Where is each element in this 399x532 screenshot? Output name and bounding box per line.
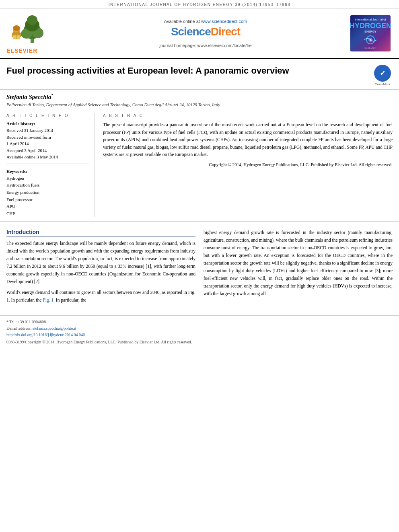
keyword-energy: Energy production [6,189,89,196]
article-info-abstract-section: A R T I C L E I N F O Article history: R… [0,109,399,222]
sciencedirect-area: Available online at www.sciencedirect.co… [67,13,344,54]
author-asterisk: * [51,93,53,97]
journal-cover-subtitle: ENERGY [364,30,376,33]
article-title: Fuel processing activities at European l… [6,65,368,77]
abstract-section-label: A B S T R A C T [103,113,393,118]
body-right-column: highest energy demand growth rate is for… [204,229,393,307]
journal-homepage-line: journal homepage: www.elsevier.com/locat… [159,43,251,48]
elsevier-wordmark: ELSEVIER [6,47,63,54]
abstract-copyright: Copyright © 2014, Hydrogen Energy Public… [103,161,393,168]
author-affiliation: Politecnico di Torino, Department of App… [6,102,393,108]
article-history-label: Article history: [6,121,89,126]
crossmark-badge[interactable]: ✓ CrossMark [372,65,393,85]
journal-cover-area: International Journal of HYDROGEN ENERGY… [348,13,393,54]
received-revised-date: 1 April 2014 [6,140,89,147]
fig1-link[interactable]: Fig. 1. [43,298,55,302]
introduction-text: The expected future energy landscape wil… [6,240,195,304]
footnote-1: * Tel.: +39 011 0904608. [6,319,393,325]
abstract-column: A B S T R A C T The present manuscript p… [103,113,393,217]
sciencedirect-brand: ScienceDirect [171,25,240,38]
intro-para-1: The expected future energy landscape wil… [6,240,195,286]
article-info-column: A R T I C L E I N F O Article history: R… [6,113,95,217]
footer-area: * Tel.: +39 011 0904608. E-mail address:… [0,315,399,347]
elsevier-tree-icon [6,13,59,45]
body-content-area: Introduction The expected future energy … [0,222,399,311]
elsevier-logo-area: ELSEVIER [6,13,63,54]
accepted-date: Accepted 3 April 2014 [6,147,89,154]
author-email-link[interactable]: stefania.specchia@polito.it [33,326,76,331]
journal-homepage-url[interactable]: www.elsevier.com/locate/he [197,43,252,48]
author-name: Stefania Specchia* [6,93,393,101]
keyword-hydrocarbon: Hydrocarbon fuels [6,182,89,189]
keyword-fuel-processor: Fuel processor [6,196,89,203]
journal-cover-h: HYDROGEN [350,22,391,30]
abstract-text: The present manuscript provides a panora… [103,121,393,158]
crossmark-label: CrossMark [375,82,391,86]
journal-header-text: INTERNATIONAL JOURNAL OF HYDROGEN ENERGY… [109,2,291,7]
journal-header-bar: INTERNATIONAL JOURNAL OF HYDROGEN ENERGY… [0,0,399,9]
footer-copyright: 0360-3199/Copyright © 2014, Hydrogen Ene… [6,340,393,344]
journal-cover-image: International Journal of HYDROGEN ENERGY… [350,15,391,51]
keyword-chp: CHP [6,210,89,218]
intro-right-text: highest energy demand growth rate is for… [204,229,393,298]
author-area: Stefania Specchia* Politecnico di Torino… [0,90,399,109]
introduction-heading: Introduction [6,229,195,236]
divider-1 [6,164,89,164]
svg-point-9 [13,25,20,31]
available-online-date: Available online 3 May 2014 [6,154,89,160]
footnote-email: E-mail address: stefania.specchia@polito… [6,325,393,332]
available-online-text: Available online at www.sciencedirect.co… [164,19,247,24]
journal-cover-graphic [362,35,378,45]
body-left-column: Introduction The expected future energy … [6,229,195,307]
keyword-apu: APU [6,203,89,210]
article-title-area: Fuel processing activities at European l… [0,59,399,90]
journal-cover-title-text: International Journal of [355,18,386,21]
doi-link[interactable]: http://dx.doi.org/10.1016/j.ijhydene.201… [6,333,85,337]
svg-point-5 [27,15,37,25]
keywords-label: Keywords: [6,169,89,174]
keyword-hydrogen: Hydrogen [6,175,89,182]
intro-right-para-1: highest energy demand growth rate is for… [204,229,393,298]
article-info-section-label: A R T I C L E I N F O [6,113,89,118]
crossmark-icon: ✓ [374,65,391,82]
received-revised-label: Received in revised form [6,134,89,141]
page-header: ELSEVIER Available online at www.science… [0,9,399,59]
received-date-1: Received 31 January 2014 [6,127,89,134]
sciencedirect-url[interactable]: www.sciencedirect.com [201,19,247,24]
intro-para-2: World's energy demand will continue to g… [6,289,195,304]
doi-link-line: http://dx.doi.org/10.1016/j.ijhydene.201… [6,332,393,338]
